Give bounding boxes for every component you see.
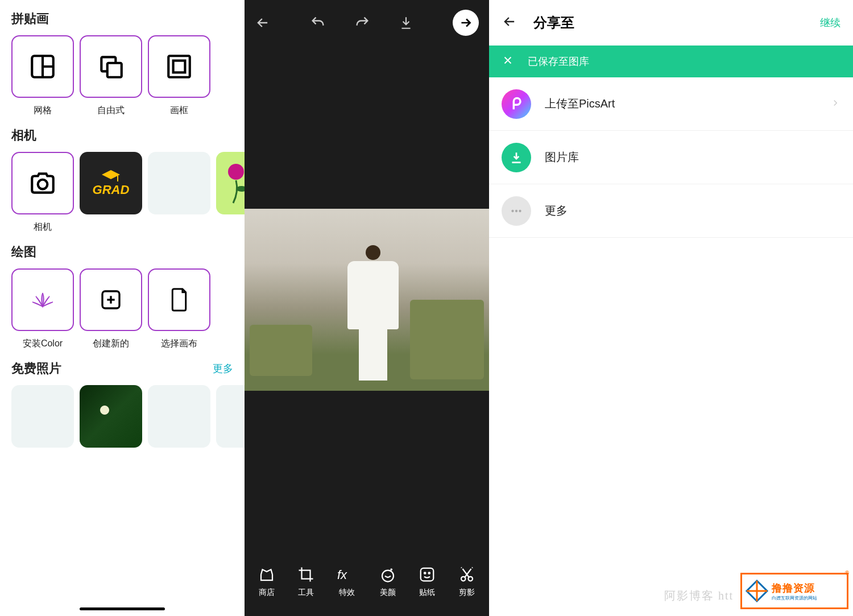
tool-sticker[interactable]: 贴纸 xyxy=(419,566,436,598)
redo-icon xyxy=(354,15,370,31)
editor-photo xyxy=(245,209,489,391)
watermark-logo-icon xyxy=(744,578,769,603)
saved-banner-text: 已保存至图库 xyxy=(528,55,589,68)
photo-thumb[interactable] xyxy=(148,385,210,448)
share-panel: 分享至 继续 已保存至图库 上传至PicsArt 图片库 xyxy=(489,0,853,616)
tile-select-canvas[interactable]: 选择画布 xyxy=(148,268,210,350)
tile-install-color[interactable]: 安装Color xyxy=(11,268,74,350)
svg-point-7 xyxy=(38,180,48,189)
svg-rect-4 xyxy=(107,63,122,77)
arrow-left-icon xyxy=(502,14,517,30)
cutout-icon xyxy=(458,566,475,583)
tool-beauty[interactable]: 美颜 xyxy=(379,566,396,598)
flower-icon xyxy=(225,158,245,209)
plus-square-icon xyxy=(100,288,122,311)
tile-grid[interactable]: 网格 xyxy=(11,35,74,117)
svg-point-23 xyxy=(515,209,517,212)
fx-icon: fx xyxy=(337,566,357,583)
svg-point-18 xyxy=(424,572,426,574)
tile-label: 画框 xyxy=(170,105,188,117)
free-photos-section: 免费照片 更多 xyxy=(0,360,245,448)
tile-camera[interactable]: 相机 xyxy=(11,152,74,233)
close-banner-button[interactable] xyxy=(502,54,514,69)
tile-freestyle[interactable]: 自由式 xyxy=(80,35,142,117)
svg-point-16 xyxy=(382,570,394,582)
create-panel: 拼贴画 网格 自由式 画框 xyxy=(0,0,245,616)
tile-create-new[interactable]: 创建新的 xyxy=(80,268,142,350)
share-header: 分享至 继续 xyxy=(489,0,853,46)
watermark-brand: 撸撸资源 xyxy=(772,581,817,595)
tool-fx[interactable]: fx 特效 xyxy=(337,566,357,598)
photo-thumb[interactable] xyxy=(216,385,245,448)
watermark-tagline: 白嫖互联网资源的网站 xyxy=(772,595,817,601)
saved-banner: 已保存至图库 xyxy=(489,46,853,77)
tile-grad-template[interactable]: GRAD xyxy=(80,152,142,233)
lotus-icon xyxy=(29,288,56,311)
editor-canvas[interactable] xyxy=(245,46,489,553)
draw-section: 绘图 安装Color 创建新的 选择画布 xyxy=(0,243,245,350)
download-icon xyxy=(399,15,413,30)
tile-template-preview[interactable] xyxy=(216,35,245,117)
section-title-draw: 绘图 xyxy=(11,243,36,261)
undo-button[interactable] xyxy=(310,15,326,31)
share-list: 上传至PicsArt 图片库 更多 xyxy=(489,77,853,238)
svg-rect-17 xyxy=(421,568,434,581)
share-item-picsart[interactable]: 上传至PicsArt xyxy=(489,77,853,131)
collage-section: 拼贴画 网格 自由式 画框 xyxy=(0,10,245,117)
tile-frame[interactable]: 画框 xyxy=(148,35,210,117)
back-button[interactable] xyxy=(255,15,271,31)
share-item-more[interactable]: 更多 xyxy=(489,184,853,238)
beauty-icon xyxy=(379,566,396,583)
home-indicator[interactable] xyxy=(80,607,165,610)
editor-panel: 商店 工具 fx 特效 美颜 贴纸 剪影 xyxy=(245,0,489,616)
redo-button[interactable] xyxy=(354,15,370,31)
section-title-collage: 拼贴画 xyxy=(11,10,49,27)
camera-icon xyxy=(28,171,57,195)
share-label: 更多 xyxy=(545,203,840,218)
watermark-logo: 撸撸资源 白嫖互联网资源的网站 ® xyxy=(740,573,848,609)
continue-button[interactable]: 继续 xyxy=(820,16,840,30)
chevron-right-icon xyxy=(830,98,840,110)
arrow-left-icon xyxy=(255,15,271,31)
tile-label: 相机 xyxy=(34,221,52,233)
tile-label: 选择画布 xyxy=(161,338,197,350)
freestyle-icon xyxy=(97,52,125,81)
grad-text: GRAD xyxy=(93,183,130,197)
next-button[interactable] xyxy=(453,10,479,36)
undo-icon xyxy=(310,15,326,31)
tile-blank-template[interactable] xyxy=(148,152,210,233)
more-icon xyxy=(502,196,531,226)
sticker-icon xyxy=(419,566,436,583)
share-label: 图片库 xyxy=(545,150,840,165)
share-title: 分享至 xyxy=(533,14,574,32)
tool-shop[interactable]: 商店 xyxy=(258,566,275,598)
photo-thumb-butterfly[interactable] xyxy=(80,385,142,448)
tile-label: 网格 xyxy=(34,105,52,117)
watermark-text: 阿影博客 htt xyxy=(664,588,734,603)
download-button[interactable] xyxy=(399,15,413,30)
crop-icon xyxy=(297,566,314,583)
share-item-gallery[interactable]: 图片库 xyxy=(489,131,853,184)
file-icon xyxy=(169,287,189,312)
grid-icon xyxy=(28,52,57,81)
svg-rect-6 xyxy=(173,61,185,73)
svg-point-19 xyxy=(429,572,430,574)
registered-mark: ® xyxy=(845,570,849,576)
svg-text:fx: fx xyxy=(337,568,347,582)
editor-topbar xyxy=(245,0,489,46)
picsart-icon xyxy=(502,89,531,119)
arrow-right-icon xyxy=(458,15,473,30)
section-title-free-photos: 免费照片 xyxy=(11,360,61,377)
tool-tools[interactable]: 工具 xyxy=(297,566,314,598)
tile-flower-template[interactable] xyxy=(216,152,245,233)
back-button[interactable] xyxy=(502,14,517,32)
editor-toolbar: 商店 工具 fx 特效 美颜 贴纸 剪影 xyxy=(245,553,489,616)
tool-cutout[interactable]: 剪影 xyxy=(458,566,475,598)
grad-cap-icon xyxy=(101,169,121,183)
svg-point-22 xyxy=(511,209,514,212)
photo-thumb[interactable] xyxy=(11,385,74,448)
tile-label: 自由式 xyxy=(97,105,125,117)
share-label: 上传至PicsArt xyxy=(545,96,817,111)
more-link[interactable]: 更多 xyxy=(213,362,233,375)
tile-label: 安装Color xyxy=(23,338,63,350)
